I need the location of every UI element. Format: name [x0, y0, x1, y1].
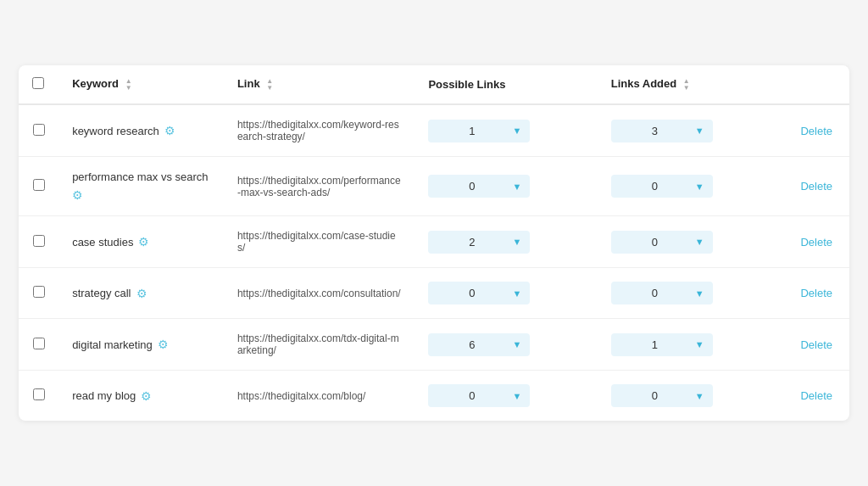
links-added-value-3: 0	[620, 287, 690, 299]
link-cell-5: https://thedigitalxx.com/blog/	[224, 371, 415, 422]
possible-links-dropdown-4[interactable]: 6 ▼	[428, 333, 530, 356]
possible-links-arrow-5: ▼	[513, 391, 522, 401]
delete-button-4[interactable]: Delete	[800, 338, 832, 351]
possible-links-value-2: 2	[437, 236, 507, 249]
actions-column-header	[780, 65, 849, 104]
possible-links-arrow-4: ▼	[513, 339, 522, 349]
gear-icon-2[interactable]: ⚙	[138, 235, 149, 249]
links-added-value-4: 1	[620, 338, 690, 351]
delete-cell-0: Delete	[780, 104, 849, 157]
possible-links-dropdown-3[interactable]: 0 ▼	[428, 282, 530, 304]
keyword-cell-1: performance max vs search ⚙	[58, 157, 224, 216]
possible-links-value-5: 0	[437, 389, 507, 402]
table-row: digital marketing ⚙ https://thedigitalxx…	[19, 319, 849, 371]
delete-button-5[interactable]: Delete	[800, 389, 832, 402]
table-header-row: Keyword ▲ ▼ Link ▲ ▼ Possible Links	[19, 65, 849, 104]
keyword-text-4: digital marketing	[72, 338, 153, 351]
links-added-cell-5: 0 ▼	[598, 371, 780, 422]
possible-links-cell-2: 2 ▼	[415, 216, 597, 268]
possible-links-cell-0: 1 ▼	[415, 104, 597, 157]
gear-icon-4[interactable]: ⚙	[158, 338, 169, 351]
delete-button-1[interactable]: Delete	[800, 180, 832, 193]
table-row: read my blog ⚙ https://thedigitalxx.com/…	[19, 371, 849, 422]
links-added-value-1: 0	[620, 180, 690, 193]
links-added-cell-4: 1 ▼	[598, 319, 780, 371]
link-cell-4: https://thedigitalxx.com/tdx-digital-mar…	[224, 319, 415, 371]
possible-links-dropdown-5[interactable]: 0 ▼	[428, 384, 530, 407]
links-added-dropdown-4[interactable]: 1 ▼	[611, 333, 713, 356]
links-added-arrow-1: ▼	[695, 182, 704, 192]
table-row: performance max vs search ⚙ https://thed…	[19, 157, 849, 216]
link-text-1: https://thedigitalxx.com/performance-max…	[237, 175, 401, 198]
row-checkbox-5[interactable]	[33, 388, 45, 400]
row-checkbox-cell-4	[19, 319, 58, 371]
links-added-dropdown-2[interactable]: 0 ▼	[611, 231, 713, 254]
gear-icon-0[interactable]: ⚙	[164, 124, 175, 137]
links-added-arrow-3: ▼	[695, 288, 704, 299]
links-added-arrow-4: ▼	[695, 339, 704, 349]
keyword-col-label: Keyword	[72, 77, 119, 90]
link-text-2: https://thedigitalxx.com/case-studies/	[237, 230, 396, 254]
select-all-checkbox[interactable]	[32, 77, 44, 89]
links-added-arrow-5: ▼	[695, 391, 704, 401]
links-added-cell-3: 0 ▼	[598, 268, 780, 319]
gear-icon-1[interactable]: ⚙	[72, 188, 83, 202]
link-column-header[interactable]: Link ▲ ▼	[224, 65, 415, 104]
link-col-label: Link	[237, 77, 260, 90]
links-added-dropdown-5[interactable]: 0 ▼	[611, 384, 713, 407]
row-checkbox-1[interactable]	[33, 179, 45, 191]
links-added-sort-arrows: ▲ ▼	[683, 78, 690, 92]
row-checkbox-cell-5	[19, 371, 58, 422]
link-cell-2: https://thedigitalxx.com/case-studies/	[224, 216, 415, 268]
gear-icon-5[interactable]: ⚙	[141, 389, 152, 403]
links-added-cell-0: 3 ▼	[598, 104, 780, 157]
row-checkbox-cell-0	[19, 104, 58, 157]
main-table-container: Keyword ▲ ▼ Link ▲ ▼ Possible Links	[19, 65, 849, 421]
row-checkbox-2[interactable]	[33, 235, 45, 247]
links-added-cell-1: 0 ▼	[598, 157, 780, 216]
link-text-0: https://thedigitalxx.com/keyword-researc…	[237, 119, 399, 142]
possible-links-value-0: 1	[437, 125, 507, 137]
possible-links-cell-1: 0 ▼	[415, 157, 597, 216]
possible-links-value-4: 6	[437, 338, 507, 351]
links-added-dropdown-0[interactable]: 3 ▼	[611, 120, 713, 142]
links-added-cell-2: 0 ▼	[598, 216, 780, 268]
possible-links-value-1: 0	[437, 180, 507, 193]
possible-links-dropdown-0[interactable]: 1 ▼	[428, 120, 530, 142]
delete-button-2[interactable]: Delete	[800, 236, 832, 249]
links-added-dropdown-1[interactable]: 0 ▼	[611, 175, 713, 198]
keyword-text-5: read my blog	[72, 389, 136, 402]
delete-button-3[interactable]: Delete	[800, 287, 832, 299]
links-added-arrow-0: ▼	[695, 126, 704, 136]
keyword-text-1: performance max vs search	[72, 170, 208, 183]
possible-links-cell-3: 0 ▼	[415, 268, 597, 319]
keyword-cell-5: read my blog ⚙	[58, 371, 224, 422]
links-added-dropdown-3[interactable]: 0 ▼	[611, 282, 713, 304]
possible-links-value-3: 0	[437, 287, 507, 299]
row-checkbox-4[interactable]	[33, 338, 45, 349]
link-text-5: https://thedigitalxx.com/blog/	[237, 390, 365, 402]
row-checkbox-0[interactable]	[33, 124, 45, 136]
link-cell-0: https://thedigitalxx.com/keyword-researc…	[224, 104, 415, 157]
keyword-sort-arrows: ▲ ▼	[125, 78, 132, 92]
link-text-4: https://thedigitalxx.com/tdx-digital-mar…	[237, 332, 399, 356]
links-added-column-header[interactable]: Links Added ▲ ▼	[598, 65, 780, 104]
row-checkbox-cell-3	[19, 268, 58, 319]
possible-links-dropdown-2[interactable]: 2 ▼	[428, 231, 530, 254]
link-cell-1: https://thedigitalxx.com/performance-max…	[224, 157, 415, 216]
possible-links-column-header: Possible Links	[415, 65, 597, 104]
delete-button-0[interactable]: Delete	[800, 125, 832, 137]
keyword-cell-2: case studies ⚙	[58, 216, 224, 268]
gear-icon-3[interactable]: ⚙	[136, 287, 147, 300]
table-row: keyword research ⚙ https://thedigitalxx.…	[19, 104, 849, 157]
keyword-text-0: keyword research	[72, 125, 159, 137]
link-sort-arrows: ▲ ▼	[266, 78, 273, 92]
links-added-col-label: Links Added	[611, 77, 677, 90]
link-cell-3: https://thedigitalxx.com/consultation/	[224, 268, 415, 319]
possible-links-dropdown-1[interactable]: 0 ▼	[428, 175, 530, 198]
row-checkbox-3[interactable]	[33, 286, 45, 298]
delete-cell-5: Delete	[780, 371, 849, 422]
keyword-column-header[interactable]: Keyword ▲ ▼	[58, 65, 224, 104]
possible-links-col-label: Possible Links	[428, 78, 505, 91]
delete-cell-1: Delete	[780, 157, 849, 216]
